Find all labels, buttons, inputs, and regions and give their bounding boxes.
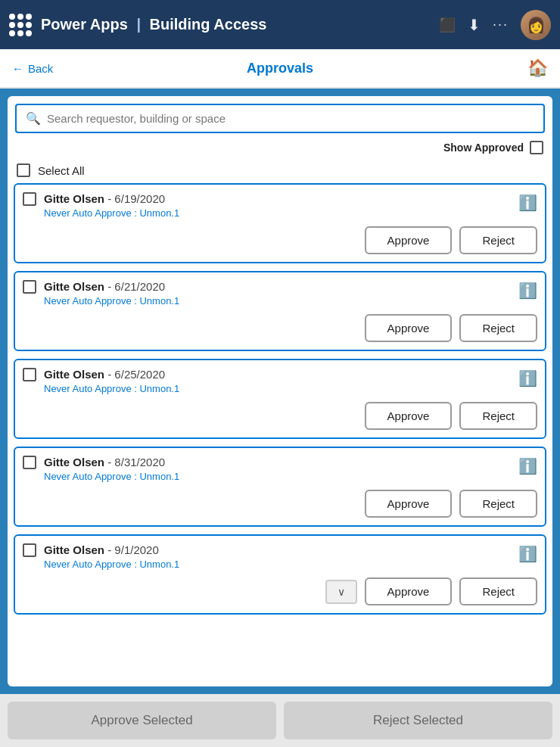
approve-button[interactable]: Approve — [365, 490, 453, 518]
avatar-image: 👩 — [521, 10, 551, 40]
more-icon[interactable]: ··· — [493, 17, 509, 33]
search-input-wrap: 🔍 — [15, 104, 545, 133]
list-item: Gitte Olsen - 6/25/2020 Never Auto Appro… — [14, 359, 546, 439]
search-icon: 🔍 — [26, 111, 41, 126]
item-date: - 8/31/2020 — [107, 456, 165, 468]
content-card: 🔍 Show Approved Select All — [8, 96, 552, 686]
item-info: Gitte Olsen - 8/31/2020 Never Auto Appro… — [44, 456, 511, 482]
avatar[interactable]: 👩 — [521, 10, 551, 40]
item-name-date: Gitte Olsen - 6/25/2020 — [44, 368, 511, 381]
show-approved-label: Show Approved — [443, 142, 524, 154]
item-actions: Approve Reject — [23, 402, 537, 430]
approve-button[interactable]: Approve — [365, 226, 453, 254]
item-header: Gitte Olsen - 8/31/2020 Never Auto Appro… — [23, 456, 537, 482]
item-checkbox[interactable] — [23, 280, 36, 294]
info-icon[interactable]: ℹ️ — [518, 545, 537, 563]
item-sub: Never Auto Approve : Unmon.1 — [44, 471, 511, 482]
list-item: Gitte Olsen - 9/1/2020 Never Auto Approv… — [14, 534, 546, 615]
item-date: - 9/1/2020 — [107, 543, 159, 556]
select-all-label: Select All — [38, 164, 85, 177]
download-icon[interactable]: ⬇ — [468, 16, 481, 34]
info-icon[interactable]: ℹ️ — [518, 457, 537, 475]
main-content: 🔍 Show Approved Select All — [0, 89, 560, 694]
approve-button[interactable]: Approve — [365, 402, 453, 430]
select-all-row: Select All — [14, 159, 546, 183]
nav-bar: ← Back Approvals 🏠 — [0, 49, 560, 89]
info-icon[interactable]: ℹ️ — [518, 282, 537, 300]
item-actions: Approve Reject — [23, 226, 537, 254]
top-bar: Power Apps | Building Access ⬛ ⬇ ··· 👩 — [0, 0, 560, 49]
item-date: - 6/19/2020 — [107, 192, 165, 205]
show-approved-row: Show Approved — [8, 138, 552, 159]
home-icon[interactable]: 🏠 — [527, 58, 548, 78]
reject-button[interactable]: Reject — [459, 226, 537, 254]
top-bar-icons: ⬛ ⬇ ··· 👩 — [439, 10, 551, 40]
item-actions: Approve Reject — [23, 314, 537, 342]
screen-icon[interactable]: ⬛ — [439, 17, 456, 33]
item-checkbox[interactable] — [23, 192, 36, 206]
item-name: Gitte Olsen — [44, 280, 104, 293]
list-item: Gitte Olsen - 6/19/2020 Never Auto Appro… — [14, 183, 546, 263]
item-name-date: Gitte Olsen - 8/31/2020 — [44, 456, 511, 468]
reject-selected-button[interactable]: Reject Selected — [284, 702, 552, 739]
approve-button[interactable]: Approve — [365, 314, 453, 342]
item-date: - 6/21/2020 — [107, 280, 165, 293]
item-checkbox[interactable] — [23, 368, 36, 381]
item-sub: Never Auto Approve : Unmon.1 — [44, 559, 511, 570]
item-info: Gitte Olsen - 6/21/2020 Never Auto Appro… — [44, 280, 511, 307]
item-header: Gitte Olsen - 6/25/2020 Never Auto Appro… — [23, 368, 537, 394]
item-sub: Never Auto Approve : Unmon.1 — [44, 207, 511, 219]
item-actions-row: ∨ Approve Reject — [23, 577, 537, 605]
item-sub: Never Auto Approve : Unmon.1 — [44, 383, 511, 394]
reject-button[interactable]: Reject — [459, 314, 537, 342]
item-name-date: Gitte Olsen - 6/19/2020 — [44, 192, 511, 205]
reject-button[interactable]: Reject — [459, 402, 537, 430]
item-header: Gitte Olsen - 6/19/2020 Never Auto Appro… — [23, 192, 537, 219]
item-sub: Never Auto Approve : Unmon.1 — [44, 295, 511, 307]
show-approved-checkbox[interactable] — [530, 141, 543, 154]
back-label: Back — [28, 62, 53, 75]
approve-button[interactable]: Approve — [365, 577, 453, 605]
item-actions: Approve Reject — [23, 490, 537, 518]
item-header: Gitte Olsen - 9/1/2020 Never Auto Approv… — [23, 543, 537, 570]
item-date: - 6/25/2020 — [107, 368, 165, 381]
items-list: Select All Gitte Olsen - 6/19/2020 Never… — [8, 159, 552, 686]
select-all-checkbox[interactable] — [17, 163, 30, 177]
item-info: Gitte Olsen - 9/1/2020 Never Auto Approv… — [44, 543, 511, 570]
back-button[interactable]: ← Back — [12, 62, 53, 75]
bottom-bar: Approve Selected Reject Selected — [0, 694, 560, 747]
list-item: Gitte Olsen - 8/31/2020 Never Auto Appro… — [14, 447, 546, 527]
info-icon[interactable]: ℹ️ — [518, 369, 537, 388]
grid-menu-icon[interactable] — [9, 14, 32, 36]
item-info: Gitte Olsen - 6/25/2020 Never Auto Appro… — [44, 368, 511, 394]
item-checkbox[interactable] — [23, 543, 36, 557]
page-title: Approvals — [247, 61, 313, 76]
item-info: Gitte Olsen - 6/19/2020 Never Auto Appro… — [44, 192, 511, 219]
info-icon[interactable]: ℹ️ — [518, 194, 537, 212]
item-name: Gitte Olsen — [44, 543, 104, 556]
back-arrow-icon: ← — [12, 62, 23, 75]
approve-selected-button[interactable]: Approve Selected — [8, 702, 276, 739]
item-name-date: Gitte Olsen - 6/21/2020 — [44, 280, 511, 293]
list-item: Gitte Olsen - 6/21/2020 Never Auto Appro… — [14, 271, 546, 351]
item-checkbox[interactable] — [23, 456, 36, 469]
item-name: Gitte Olsen — [44, 368, 104, 381]
item-header: Gitte Olsen - 6/21/2020 Never Auto Appro… — [23, 280, 537, 307]
search-input[interactable] — [47, 112, 534, 125]
item-name: Gitte Olsen — [44, 192, 104, 205]
reject-button[interactable]: Reject — [459, 490, 537, 518]
item-name: Gitte Olsen — [44, 456, 104, 468]
reject-button[interactable]: Reject — [459, 577, 537, 605]
app-title: Power Apps | Building Access — [41, 16, 430, 33]
search-bar: 🔍 — [8, 96, 552, 138]
chevron-down-icon[interactable]: ∨ — [325, 580, 357, 604]
item-name-date: Gitte Olsen - 9/1/2020 — [44, 543, 511, 556]
